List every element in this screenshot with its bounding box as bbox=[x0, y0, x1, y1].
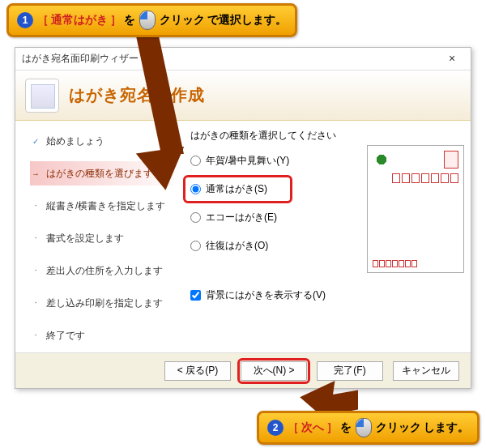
content-pane: はがきの種類を選択してください 年賀/暑中見舞い(Y) 通常はがき(S) エコー… bbox=[184, 121, 471, 352]
mouse-icon bbox=[356, 418, 372, 437]
callout-action: クリック bbox=[160, 13, 205, 28]
prompt-text: はがきの種類を選択してください bbox=[187, 129, 463, 143]
checkbox-showbg[interactable]: 背景にはがきを表示する(V) bbox=[187, 288, 463, 302]
title-bar: はがき宛名面印刷ウィザード × bbox=[15, 48, 471, 70]
preview-zip-boxes-sender bbox=[373, 260, 421, 267]
postcard-icon bbox=[25, 79, 59, 113]
preview-logo-icon bbox=[373, 151, 390, 169]
callout-number: 2 bbox=[267, 420, 284, 436]
callout-tail: します。 bbox=[424, 420, 469, 435]
step-orientation: ・ 縦書き/横書きを指定します bbox=[30, 194, 184, 218]
wizard-window: はがき宛名面印刷ウィザード × はがき宛名面作成 ✓ 始めましょう → はがきの… bbox=[15, 47, 471, 389]
bracket-close: ］ bbox=[110, 13, 122, 28]
callout-number: 1 bbox=[17, 12, 33, 28]
step-format: ・ 書式を設定します bbox=[30, 226, 184, 250]
callout-target: 通常はがき bbox=[51, 13, 108, 28]
step-mailmerge: ・ 差し込み印刷を指定します bbox=[30, 291, 184, 315]
next-button[interactable]: 次へ(N) > bbox=[241, 361, 307, 381]
back-button[interactable]: < 戻る(P) bbox=[164, 361, 231, 381]
callout-text: を bbox=[340, 420, 352, 435]
instruction-callout-2: 2 ［ 次へ ］ を クリック します。 bbox=[257, 411, 480, 445]
wizard-header: はがき宛名面作成 bbox=[15, 70, 471, 121]
radio-reply-input[interactable] bbox=[190, 241, 201, 251]
callout-tail: で選択します。 bbox=[207, 13, 287, 28]
callout-action: クリック bbox=[376, 420, 421, 435]
step-finish: ・ 終了です bbox=[30, 323, 184, 348]
callout-text: を bbox=[124, 13, 135, 28]
instruction-callout-1: 1 ［ 通常はがき ］ を クリック で選択します。 bbox=[6, 3, 297, 37]
bracket-close: ］ bbox=[326, 420, 338, 435]
window-title: はがき宛名面印刷ウィザード bbox=[22, 52, 148, 66]
wizard-footer: < 戻る(P) 次へ(N) > 完了(F) キャンセル bbox=[15, 352, 471, 388]
preview-zip-boxes bbox=[386, 173, 458, 183]
callout-target: 次へ bbox=[301, 420, 324, 435]
close-button[interactable]: × bbox=[440, 51, 464, 67]
bracket-open: ［ bbox=[288, 420, 299, 435]
step-sender: ・ 差出人の住所を入力します bbox=[30, 258, 184, 283]
postcard-preview bbox=[367, 145, 464, 273]
bracket-open: ［ bbox=[37, 13, 49, 28]
preview-stamp-icon bbox=[444, 151, 458, 169]
checkbox-showbg-input[interactable] bbox=[190, 290, 201, 301]
arrow-to-radio bbox=[142, 32, 207, 190]
cancel-button[interactable]: キャンセル bbox=[393, 361, 459, 381]
radio-echo-input[interactable] bbox=[190, 212, 201, 223]
mouse-icon bbox=[139, 11, 156, 30]
